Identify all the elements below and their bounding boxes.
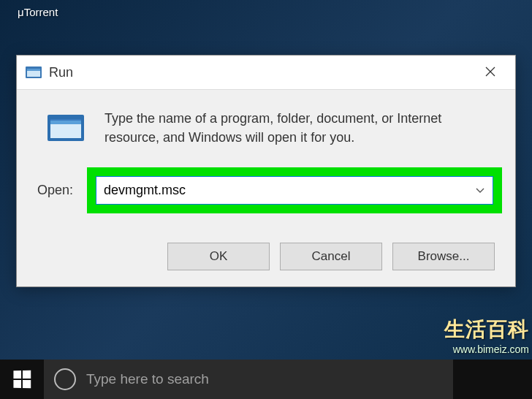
instruction-row: Type the name of a program, folder, docu… [37,109,495,147]
close-button[interactable] [474,61,506,83]
svg-rect-2 [27,69,40,71]
titlebar: Run [17,56,515,90]
svg-rect-8 [50,119,81,121]
cancel-button[interactable]: Cancel [280,243,382,270]
watermark: 生活百科 www.bimeiz.com [444,316,529,355]
instruction-text: Type the name of a program, folder, docu… [104,109,495,147]
run-icon [26,66,42,79]
open-row: Open: [37,167,495,213]
open-label: Open: [37,183,75,198]
close-icon [485,65,495,80]
run-large-icon [37,109,87,147]
button-row: OK Cancel Browse... [17,228,515,286]
windows-logo-icon [13,370,31,388]
browse-button[interactable]: Browse... [392,243,495,270]
watermark-text-1: 生活百科 [444,316,529,343]
desktop-icon-label: μTorrent [18,6,58,18]
cortana-icon [54,368,76,390]
open-input[interactable] [96,177,493,204]
start-button[interactable] [0,360,44,399]
taskbar: Type here to search [0,360,532,399]
dialog-body: Type the name of a program, folder, docu… [17,90,515,228]
desktop-icon-utorrent[interactable]: μTorrent [18,6,58,18]
open-combobox[interactable] [96,176,493,205]
dialog-title: Run [49,65,73,80]
watermark-text-2: www.bimeiz.com [444,343,529,355]
search-placeholder: Type here to search [86,371,209,387]
input-highlight [87,167,502,213]
ok-button[interactable]: OK [167,243,270,270]
taskbar-search[interactable]: Type here to search [44,360,453,399]
titlebar-left: Run [26,65,73,80]
run-dialog: Run Type the name of a program, folder, … [16,55,516,287]
